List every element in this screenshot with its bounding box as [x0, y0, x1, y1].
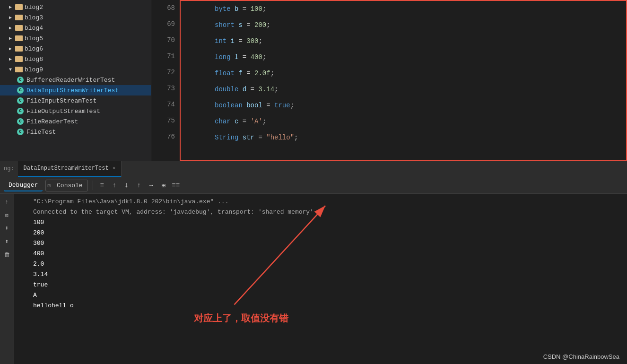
- output-val: 200: [33, 228, 44, 238]
- bottom-section: ↑ ⊡ ⬇ ⬆ 🗑 "C:\Program Files\Java\jdk1.8.…: [0, 194, 627, 364]
- code-line-73: double d = 3.14;: [215, 81, 626, 97]
- output-2-0: 2.0: [33, 259, 621, 269]
- code-line-70: int i = 300;: [215, 33, 626, 49]
- console-area: "C:\Program Files\Java\jdk1.8.0_202\bin\…: [14, 194, 627, 364]
- output-val: 3.14: [33, 269, 48, 280]
- code-line-71: long l = 400;: [215, 49, 626, 65]
- console-tab-wrapper: ⊡ Console: [45, 180, 87, 191]
- code-line-74: boolean bool = true;: [215, 97, 626, 113]
- folder-icon: [15, 25, 23, 31]
- file-icon: C: [17, 97, 24, 104]
- output-200: 200: [33, 228, 621, 238]
- connected-text: Connected to the target VM, address: 'ja…: [33, 207, 314, 217]
- sidebar-item-datainputstream[interactable]: C DataInputStreamWriterTest: [0, 85, 151, 95]
- output-hello: hellohell o: [33, 301, 621, 311]
- output-100: 100: [33, 217, 621, 228]
- console-line-command: "C:\Program Files\Java\jdk1.8.0_202\bin\…: [33, 197, 621, 207]
- debug-btn-menu[interactable]: ≡: [97, 180, 107, 191]
- sidebar-item-label: FileTest: [26, 129, 56, 136]
- folder-icon: [15, 46, 23, 52]
- output-300: 300: [33, 238, 621, 249]
- sidebar-item-blog6[interactable]: ▶ blog6: [0, 43, 151, 54]
- debug-btn-up[interactable]: ↑: [109, 180, 120, 191]
- debug-btn-step[interactable]: →: [146, 180, 157, 191]
- tab-label: DataInputStreamWriterTest: [24, 165, 109, 172]
- sidebar-item-blog9[interactable]: ▼ blog9: [0, 64, 151, 75]
- output-val: 2.0: [33, 259, 44, 269]
- console-icon: ⊡: [46, 182, 52, 189]
- sidebar-item-blog8[interactable]: ▶ blog8: [0, 54, 151, 64]
- console-line-connected: Connected to the target VM, address: 'ja…: [33, 207, 621, 217]
- sidebar-item-label: blog9: [25, 66, 43, 73]
- command-text: "C:\Program Files\Java\jdk1.8.0_202\bin\…: [33, 197, 228, 207]
- debug-btn-grid[interactable]: ⊞: [158, 180, 169, 191]
- sidebar-item-label: FileInputStreamTest: [26, 97, 96, 104]
- sidebar-item-filetest[interactable]: C FileTest: [0, 127, 151, 137]
- tab-console[interactable]: Console: [52, 180, 87, 191]
- debug-btn-step-up[interactable]: ↑: [134, 180, 144, 191]
- sidebar-item-label: blog3: [25, 14, 43, 21]
- debug-icon-up[interactable]: ↑: [2, 197, 12, 207]
- output-a: A: [33, 290, 621, 301]
- sidebar-item-buffered[interactable]: C BufferedReaderWriterTest: [0, 75, 151, 85]
- debug-icon-trash[interactable]: 🗑: [2, 250, 12, 260]
- arrow-icon: ▶: [8, 4, 13, 10]
- debug-icons-panel: ↑ ⊡ ⬇ ⬆ 🗑: [0, 194, 14, 364]
- arrow-icon: ▶: [8, 46, 13, 52]
- code-line-69: short s = 200;: [215, 17, 626, 33]
- output-val: 300: [33, 238, 44, 249]
- toolbar-separator: [93, 181, 93, 190]
- sidebar-item-blog2[interactable]: ▶ blog2: [0, 2, 151, 12]
- code-content: byte b = 100; short s = 200; int i = 300…: [209, 1, 626, 160]
- sidebar-item-label: blog2: [25, 4, 43, 11]
- editor-area: 68 69 70 71 72 73 74 75 76 byte b = 100;…: [151, 0, 627, 161]
- code-line-75: char c = 'A';: [215, 113, 626, 130]
- sidebar-item-fileinputstream[interactable]: C FileInputStreamTest: [0, 95, 151, 106]
- sidebar-item-label: FileOutputStreamTest: [26, 108, 100, 115]
- sidebar-item-label: FileReaderTest: [26, 118, 78, 125]
- breadcrumb-prefix: ng:: [0, 165, 18, 172]
- arrow-icon: ▶: [8, 56, 13, 62]
- file-icon: C: [17, 129, 24, 135]
- debug-icon-filter[interactable]: ⊡: [2, 210, 12, 220]
- sidebar: ▶ blog2 ▶ blog3 ▶ blog4 ▶ blog5 ▶ blog6 …: [0, 0, 151, 161]
- debug-btn-down[interactable]: ↓: [122, 180, 132, 191]
- sidebar-item-label: blog5: [25, 35, 43, 42]
- sidebar-item-fileoutputstream[interactable]: C FileOutputStreamTest: [0, 106, 151, 116]
- file-icon: C: [17, 108, 24, 114]
- code-line-72: float f = 2.0f;: [215, 65, 626, 81]
- code-box: byte b = 100; short s = 200; int i = 300…: [180, 0, 627, 161]
- arrow-icon: ▶: [8, 25, 13, 31]
- arrow-icon: ▶: [8, 15, 13, 20]
- file-icon: C: [17, 87, 24, 94]
- sidebar-item-filereader[interactable]: C FileReaderTest: [0, 116, 151, 127]
- folder-icon: [15, 15, 23, 20]
- debug-icon-download[interactable]: ⬇: [2, 223, 12, 234]
- folder-icon: [15, 35, 23, 41]
- output-val: 100: [33, 217, 44, 228]
- sidebar-item-label: blog4: [25, 25, 43, 32]
- top-section: ▶ blog2 ▶ blog3 ▶ blog4 ▶ blog5 ▶ blog6 …: [0, 0, 627, 161]
- output-3-14: 3.14: [33, 269, 621, 280]
- tab-debugger[interactable]: Debugger: [4, 180, 43, 191]
- active-tab[interactable]: DataInputStreamWriterTest ×: [18, 161, 122, 177]
- debug-icon-upload[interactable]: ⬆: [2, 236, 12, 247]
- tab-close-button[interactable]: ×: [113, 165, 116, 171]
- output-val: 400: [33, 249, 44, 259]
- output-val: hellohell o: [33, 301, 74, 311]
- sidebar-item-blog5[interactable]: ▶ blog5: [0, 33, 151, 43]
- folder-icon: [15, 4, 23, 10]
- file-icon: C: [17, 118, 24, 125]
- tab-bar: ng: DataInputStreamWriterTest ×: [0, 161, 627, 177]
- output-true: true: [33, 280, 621, 290]
- code-line-76: String str = "hello";: [215, 130, 626, 146]
- sidebar-item-blog3[interactable]: ▶ blog3: [0, 12, 151, 23]
- output-val: A: [33, 290, 37, 301]
- debug-btn-list[interactable]: ≡≡: [171, 180, 181, 191]
- debug-toolbar: Debugger ⊡ Console ≡ ↑ ↓ ↑ → ⊞ ≡≡: [0, 177, 627, 194]
- sidebar-item-blog4[interactable]: ▶ blog4: [0, 23, 151, 33]
- folder-icon: [15, 56, 23, 62]
- folder-icon-open: [15, 67, 23, 72]
- watermark: CSDN @ChinaRainbowSea: [543, 353, 619, 360]
- sidebar-item-label: blog6: [25, 45, 43, 52]
